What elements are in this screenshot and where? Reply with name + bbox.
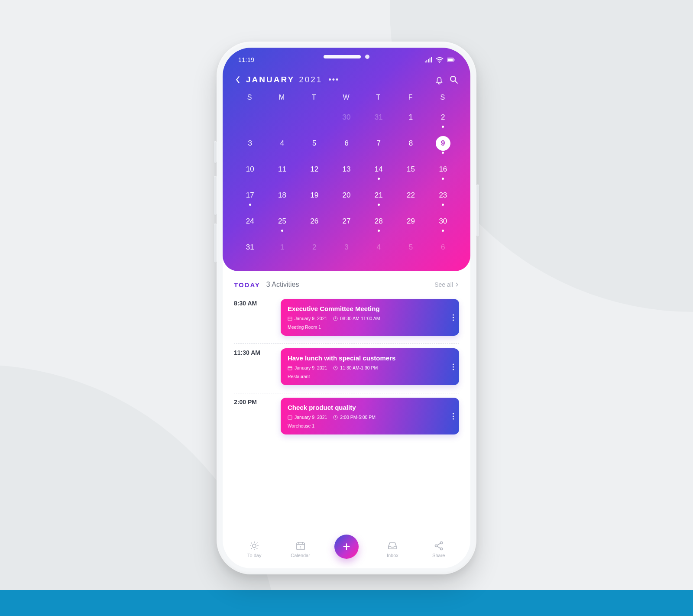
day-number: 2 [436,110,450,125]
day-cell[interactable]: 25 [266,210,298,236]
day-cell [298,106,330,132]
day-number: 6 [339,136,354,151]
day-cell[interactable]: 5 [298,132,330,158]
day-cell[interactable]: 19 [298,184,330,210]
day-cell [234,106,266,132]
see-all-link[interactable]: See all [434,281,459,288]
day-cell[interactable]: 1 [266,236,298,262]
notch [324,55,369,59]
day-cell[interactable]: 12 [298,158,330,184]
day-cell[interactable]: 15 [395,158,427,184]
day-number: 1 [275,240,289,255]
day-number [275,110,289,125]
day-number: 15 [404,162,418,177]
day-cell[interactable]: 28 [363,210,395,236]
day-cell[interactable]: 5 [395,236,427,262]
front-camera [365,55,369,59]
day-number: 6 [436,240,450,255]
day-cell[interactable]: 26 [298,210,330,236]
day-cell[interactable]: 4 [363,236,395,262]
day-cell[interactable]: 23 [427,184,459,210]
day-cell[interactable]: 29 [395,210,427,236]
day-cell[interactable]: 20 [330,184,363,210]
year-label[interactable]: 2021 [299,75,322,84]
share-icon [434,541,444,551]
day-cell[interactable]: 17 [234,184,266,210]
day-cell[interactable]: 1 [395,106,427,132]
search-icon[interactable] [449,75,459,85]
day-number: 1 [404,110,418,125]
day-number: 10 [243,162,257,177]
day-cell[interactable]: 6 [330,132,363,158]
day-cell[interactable]: 2 [427,106,459,132]
day-cell[interactable]: 3 [234,132,266,158]
day-cell[interactable]: 31 [363,106,395,132]
activity-card[interactable]: Executive Committee Meeting January 9, 2… [281,299,459,336]
activity-meta: January 9, 2021 08:30 AM-11:00 AM [288,316,442,321]
back-icon[interactable] [234,76,242,84]
day-cell[interactable]: 22 [395,184,427,210]
wifi-icon [436,57,444,63]
day-cell[interactable]: 13 [330,158,363,184]
event-dot [442,204,444,206]
battery-icon [447,57,455,63]
day-cell[interactable]: 8 [395,132,427,158]
signal-icon [424,57,432,63]
day-cell[interactable]: 31 [234,236,266,262]
weekday-cell: S [234,94,266,101]
svg-point-11 [253,544,256,548]
day-number: 13 [339,162,354,177]
day-cell[interactable]: 11 [266,158,298,184]
event-dot [442,178,444,180]
add-button[interactable]: + [334,535,359,559]
nav-inbox-label: Inbox [387,553,398,558]
month-label[interactable]: JANUARY [246,75,295,84]
more-icon[interactable]: ••• [328,75,339,84]
see-all-label: See all [434,281,453,288]
day-number: 23 [436,188,450,203]
day-cell[interactable]: 10 [234,158,266,184]
activity-title: Have lunch with special customers [288,354,442,362]
nav-today[interactable]: To day [247,541,261,558]
phone-frame: 11:19 JANUARY 2021 ••• SMTWTFS 303112345… [217,42,476,574]
day-cell[interactable]: 21 [363,184,395,210]
day-cell[interactable]: 7 [363,132,395,158]
card-more-icon[interactable] [453,314,454,321]
nav-inbox[interactable]: Inbox [387,541,398,558]
event-dot [442,126,444,128]
activities-list: 8:30 AM Executive Committee Meeting Janu… [234,295,459,442]
card-more-icon[interactable] [453,413,454,419]
day-cell[interactable]: 30 [330,106,363,132]
event-dot [249,204,251,206]
activity-card[interactable]: Have lunch with special customers Januar… [281,348,459,385]
day-number: 24 [243,214,257,229]
day-cell[interactable]: 4 [266,132,298,158]
week-row: 303112 [234,106,459,132]
footer-strip [0,590,693,616]
day-cell[interactable]: 30 [427,210,459,236]
nav-share[interactable]: Share [432,541,445,558]
day-cell[interactable]: 9 [427,132,459,158]
activity-range: 08:30 AM-11:00 AM [340,316,380,321]
day-cell[interactable]: 2 [298,236,330,262]
nav-calendar[interactable]: 1 Calendar [291,541,310,558]
day-number: 28 [371,214,386,229]
day-cell[interactable]: 3 [330,236,363,262]
activity-range: 11:30 AM-1:30 PM [340,365,378,370]
day-cell[interactable]: 24 [234,210,266,236]
activity-card[interactable]: Check product quality January 9, 2021 2:… [281,398,459,434]
svg-point-4 [450,76,456,81]
card-more-icon[interactable] [453,363,454,370]
bell-icon[interactable] [434,75,444,85]
day-cell[interactable]: 14 [363,158,395,184]
activity-date: January 9, 2021 [295,365,327,370]
volume-up [214,176,217,215]
day-cell[interactable]: 16 [427,158,459,184]
plus-icon: + [343,539,350,554]
day-cell[interactable]: 27 [330,210,363,236]
activity-title: Check product quality [288,404,442,411]
day-cell[interactable]: 18 [266,184,298,210]
activity-location: Warehouse 1 [288,423,442,428]
day-cell[interactable]: 6 [427,236,459,262]
event-dot [281,230,283,232]
